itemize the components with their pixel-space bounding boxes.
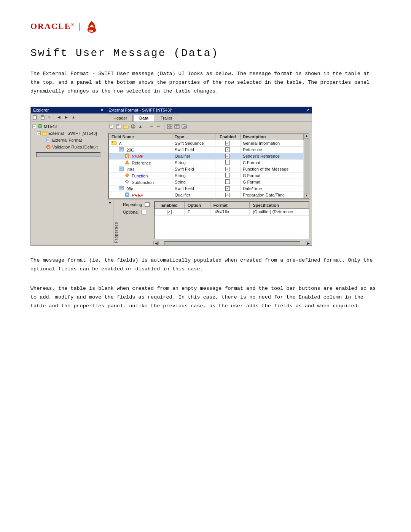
repeating-checkbox[interactable] [145,202,150,207]
scroll-down-arrow[interactable]: ▼ [304,193,309,198]
svg-rect-24 [167,124,169,126]
after-para-1: The message format (ie, the fields) is a… [30,256,381,274]
import-icon[interactable] [130,123,136,129]
prop-option-cell: C [184,208,210,215]
new-icon[interactable] [108,123,115,129]
description-para1: The External Format - SWIFT User message… [30,70,381,96]
toolbar-up-icon[interactable]: ▲ [137,123,143,129]
open-icon[interactable] [123,123,129,129]
row-enabled-reference[interactable] [215,159,240,166]
tree-label-external-swift: External - SWIFT [MT543] [48,131,97,136]
prop-scroll-track[interactable] [164,241,300,245]
table-row[interactable]: Subfunction String G Format [109,179,304,185]
table-row[interactable]: 20C Swift Field Reference [109,146,304,153]
optional-row: Optional [123,210,150,214]
table-row[interactable]: Q SEME Qualifier Sender's Reference [109,153,304,159]
table-row[interactable]: 98a Swift Field Date/Time [109,185,304,192]
row-enabled-subfunction[interactable] [215,179,240,185]
checkbox-23g[interactable] [225,167,230,171]
row-desc-a: General Information [240,140,303,146]
table-row[interactable]: 23G Swift Field Function of the Message [109,166,304,172]
col-enabled: Enabled [215,133,240,140]
tab-data[interactable]: Data [134,115,154,121]
checkbox-prep[interactable] [225,193,230,197]
checkbox-20c[interactable] [225,147,230,152]
svg-point-46 [126,181,128,182]
checkbox-subfunction[interactable] [225,179,230,184]
checkbox-98a[interactable] [225,186,230,191]
scroll-thumb[interactable] [304,139,309,193]
table-row[interactable]: A Swift Sequence General Information [109,140,304,146]
row-enabled-23g[interactable] [215,166,240,172]
tree-expand-external[interactable]: − [37,131,41,135]
save-icon[interactable] [116,123,122,129]
toolbar-sep-1 [146,123,146,130]
tab-trailer[interactable]: Trailer [155,115,178,121]
checkbox-reference[interactable] [225,160,230,165]
up-icon[interactable]: ▲ [70,114,76,120]
row-enabled-function[interactable] [215,172,240,179]
scrollbar-track[interactable] [36,152,100,157]
toolbar-sep-2 [164,123,164,130]
tree-item-mt543[interactable]: − MT543 [32,123,105,130]
prop-checkbox[interactable] [167,210,172,214]
tree-label-validation-rules: Validation Rules [Default [52,145,98,149]
prop-col-enabled: Enabled [155,202,185,208]
row-desc-20c: Reference [240,146,303,153]
svg-point-8 [43,132,43,133]
maximize-icon[interactable]: ↗ [306,108,309,113]
data-table-container: Field Name Type Enabled Description [108,133,309,199]
svg-rect-18 [117,124,119,126]
checkbox-a[interactable] [225,141,230,145]
row-name-prep: PREP [132,193,143,198]
move-right-icon[interactable]: ⇨ [156,123,162,129]
optional-label: Optional [123,210,139,214]
prop-collapse-btn[interactable]: ▼ [108,201,112,205]
prop-enabled-cell[interactable] [155,208,185,215]
tab-header[interactable]: Header [108,115,133,121]
row-enabled-20c[interactable] [215,146,240,153]
validation-rules-icon [45,144,51,150]
svg-rect-19 [117,127,120,128]
svg-rect-14 [110,124,113,128]
grid-icon[interactable] [167,123,173,129]
move-left-icon[interactable]: ⇦ [148,123,155,129]
copy-icon[interactable] [32,114,38,120]
tree-expand-mt543[interactable]: − [32,125,36,128]
prop-col-format: Format [210,202,250,208]
row-icon-20c [119,147,124,152]
tree-item-external-swift[interactable]: − External - SWIFT [MT543] [32,130,105,137]
main-toolbar: ▲ ⇦ ⇨ DB [106,121,312,131]
row-name-subfunction: Subfunction [132,180,154,185]
row-enabled-a[interactable] [215,140,240,146]
checkbox-function[interactable] [225,173,230,177]
optional-checkbox[interactable] [142,210,146,214]
row-enabled-98a[interactable] [215,185,240,192]
prop-left: Repeating Optional [119,200,153,245]
prop-table-row[interactable]: C :4!c//16x (Qualifier) (Reference [155,208,309,215]
forward-icon[interactable]: ▶ [63,114,69,120]
scroll-up-arrow[interactable]: ▲ [304,133,309,139]
table-scrollbar-v[interactable]: ▲ ▼ [304,133,309,198]
svg-marker-40 [125,160,129,164]
tree-item-external-format[interactable]: External Format [32,137,105,144]
svg-rect-25 [170,124,172,126]
checkbox-seme[interactable] [225,154,230,158]
row-enabled-seme[interactable] [215,153,240,159]
scroll-left-btn[interactable]: ◀ [153,241,159,245]
explorer-close-btn[interactable]: ✕ [100,108,104,113]
paste-icon[interactable] [40,114,46,120]
row-enabled-prep[interactable] [215,192,240,198]
tree-item-validation-rules[interactable]: Validation Rules [Default [32,144,105,150]
row-type-prep: Qualifier [172,192,215,198]
row-desc-reference: C Format [240,159,303,166]
row-name-98a: 98a [126,187,133,191]
table-row[interactable]: PREP Qualifier Preparation Date/Time [109,192,304,198]
back-icon[interactable]: ◀ [56,114,62,120]
row-type-subfunction: String [172,179,215,185]
table-row[interactable]: Function String G Format [109,172,304,179]
export-icon[interactable]: DB [181,123,187,129]
scroll-right-btn[interactable]: ▶ [306,241,311,245]
table-icon[interactable] [174,123,180,129]
table-row[interactable]: Reference String C Format [109,159,304,166]
